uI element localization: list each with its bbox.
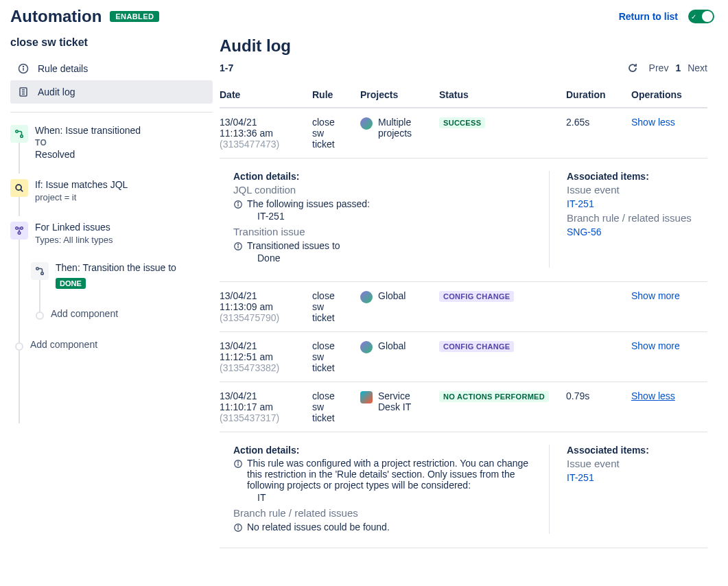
- nav-label: Rule details: [38, 63, 88, 74]
- rule-cell: closeswticket: [312, 117, 352, 150]
- svg-point-11: [16, 227, 19, 230]
- info-icon: [233, 200, 243, 209]
- duration-cell: 0.79s: [566, 382, 631, 432]
- date-id: (3135473382): [220, 362, 304, 373]
- col-status[interactable]: Status: [439, 84, 566, 108]
- page-title: Automation: [10, 7, 102, 26]
- assoc-heading: Issue event: [567, 184, 701, 196]
- assoc-link[interactable]: SNG-56: [567, 226, 701, 237]
- assoc-heading: Issue event: [567, 458, 701, 469]
- date-id: (3135475790): [220, 312, 304, 323]
- info-text: Transitioned issues to: [247, 240, 340, 251]
- svg-point-27: [238, 526, 239, 526]
- col-date[interactable]: Date: [220, 84, 312, 108]
- project-name: Global: [378, 290, 406, 301]
- date-line1: 13/04/21: [220, 390, 304, 401]
- svg-point-13: [18, 232, 21, 235]
- pager-range: 1-7: [220, 62, 233, 73]
- flow-trigger[interactable]: When: Issue transitioned TO Resolved: [10, 125, 213, 160]
- flow-value: Types: All link types: [35, 235, 213, 245]
- project-icon: [360, 341, 373, 353]
- empty-node-icon: [15, 342, 23, 351]
- info-icon: [233, 242, 243, 251]
- rule-cell: closeswticket: [312, 390, 352, 423]
- flow-action[interactable]: Then: Transition the issue to DONE: [31, 262, 213, 289]
- project-name: Global: [378, 340, 406, 351]
- info-value: IT: [257, 492, 535, 503]
- pager-next[interactable]: Next: [688, 62, 707, 73]
- add-component-inner[interactable]: Add component: [31, 308, 213, 320]
- add-label: Add component: [51, 308, 213, 320]
- info-value: Done: [257, 253, 535, 263]
- branch-icon: [10, 222, 28, 239]
- flow-sub: TO: [35, 138, 213, 148]
- flow-condition[interactable]: If: Issue matches JQL project = it: [10, 179, 213, 202]
- col-rule[interactable]: Rule: [312, 84, 360, 108]
- project-icon: [360, 117, 373, 130]
- pager-prev[interactable]: Prev: [649, 62, 669, 73]
- refresh-icon[interactable]: [627, 62, 638, 73]
- project-name: Multiple projects: [378, 117, 431, 139]
- operation-link[interactable]: Show more: [631, 340, 680, 351]
- flow-value: Resolved: [35, 149, 213, 160]
- table-row: 13/04/21 11:10:17 am (3135437317) closes…: [220, 382, 707, 432]
- svg-point-24: [238, 462, 239, 462]
- add-component-outer[interactable]: Add component: [10, 339, 213, 351]
- trigger-icon: [10, 125, 28, 143]
- flow-title: When: Issue transitioned: [35, 125, 213, 136]
- assoc-link[interactable]: IT-251: [567, 198, 701, 209]
- flow-title: Then: Transition the issue to: [56, 262, 213, 273]
- flow-branch[interactable]: For Linked issues Types: All link types: [10, 222, 213, 245]
- date-line1: 13/04/21: [220, 340, 304, 351]
- action-details-h: Action details:: [233, 171, 535, 182]
- details-row: Action details:JQL conditionThe followin…: [220, 159, 707, 282]
- table-row: 13/04/21 11:13:36 am (3135477473) closes…: [220, 108, 707, 159]
- assoc-heading: Branch rule / related issues: [567, 212, 701, 224]
- duration-cell: [566, 282, 631, 332]
- empty-node-icon: [36, 312, 44, 320]
- check-icon: ✓: [691, 13, 696, 21]
- svg-point-7: [16, 130, 19, 133]
- action-icon: [31, 262, 49, 280]
- log-icon: [17, 86, 30, 98]
- col-duration[interactable]: Duration: [566, 84, 631, 108]
- table-row: 13/04/21 11:13:09 am (3135475790) closes…: [220, 282, 707, 332]
- enable-toggle[interactable]: ✓: [688, 10, 714, 23]
- operation-link[interactable]: Show less: [631, 117, 675, 128]
- operation-link[interactable]: Show more: [631, 290, 680, 301]
- divider: [10, 112, 213, 113]
- project-name: Service Desk IT: [378, 390, 431, 412]
- date-line2: 11:12:51 am: [220, 351, 304, 362]
- rule-name: close sw ticket: [10, 36, 213, 49]
- connector-line: [19, 197, 20, 216]
- info-icon: [233, 523, 243, 532]
- flow-title: If: Issue matches JQL: [35, 179, 213, 190]
- table-row: 13/04/21 11:12:51 am (3135473382) closes…: [220, 332, 707, 382]
- svg-point-14: [36, 268, 39, 270]
- section-heading: Transition issue: [233, 226, 535, 237]
- nav-audit-log[interactable]: Audit log: [10, 80, 213, 104]
- svg-point-15: [41, 272, 44, 275]
- done-badge: DONE: [56, 278, 86, 289]
- assoc-link[interactable]: IT-251: [567, 472, 701, 483]
- associated-items-h: Associated items:: [567, 171, 701, 182]
- svg-point-2: [23, 67, 24, 67]
- date-line2: 11:13:36 am: [220, 128, 304, 139]
- condition-icon: [10, 179, 28, 197]
- svg-point-8: [21, 135, 23, 138]
- info-icon: [17, 62, 30, 75]
- pager-page: 1: [675, 62, 681, 73]
- content-title: Audit log: [220, 36, 707, 56]
- return-to-list-link[interactable]: Return to list: [619, 11, 678, 22]
- nav-rule-details[interactable]: Rule details: [10, 57, 213, 80]
- project-icon: [360, 291, 373, 303]
- col-operations[interactable]: Operations: [631, 84, 707, 108]
- svg-point-9: [16, 185, 21, 190]
- col-projects[interactable]: Projects: [360, 84, 439, 108]
- flow-title: For Linked issues: [35, 222, 213, 233]
- info-text: No related issues could be found.: [247, 521, 390, 532]
- flow-value: project = it: [35, 192, 213, 202]
- date-id: (3135477473): [220, 139, 304, 150]
- operation-link[interactable]: Show less: [631, 390, 675, 401]
- info-text: The following issues passed:: [247, 198, 370, 209]
